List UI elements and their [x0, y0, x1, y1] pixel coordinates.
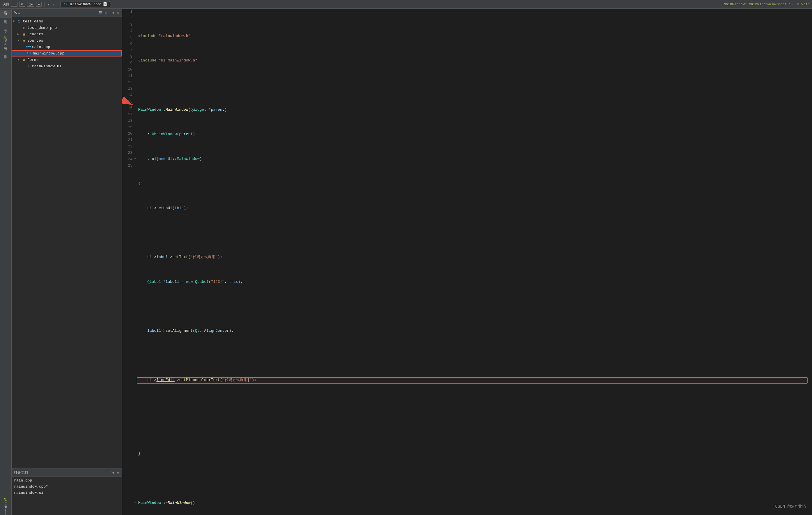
- help-icon: ?: [5, 56, 7, 60]
- open-docs-header-buttons: □+ ≡: [110, 470, 120, 475]
- tab-close-btn[interactable]: ✕: [103, 2, 107, 6]
- open-doc-main-cpp[interactable]: main.cpp: [12, 478, 122, 484]
- tree-label-sources: Sources: [27, 38, 44, 43]
- top-toolbar: 项目 ☰ ⊕ □+ ≡ ‹ › c++ mainwindow.cpp* ✕ Ma…: [0, 0, 812, 9]
- watermark: CSDN @好奇龙猫: [775, 504, 806, 509]
- folder-icon-headers: ▤: [22, 32, 26, 36]
- code-line-10: ui->label->setText("代码方式调用");: [138, 254, 809, 261]
- code-lines[interactable]: #include "mainwindow.h" #include "ui_mai…: [135, 9, 812, 515]
- file-tab-mainwindow-cpp[interactable]: c++ mainwindow.cpp* ✕: [61, 1, 110, 7]
- tree-arrow-root: ▼: [13, 20, 17, 23]
- code-line-15: ui->lineEdit->setPlaceholderText("代码方式调用…: [138, 377, 809, 384]
- code-line-18: }: [138, 451, 809, 457]
- sidebar-item-back[interactable]: ◁ 返回: [0, 10, 11, 18]
- project-label: 项目: [2, 2, 9, 7]
- nav-forward-btn[interactable]: ›: [52, 2, 55, 7]
- project-icon: ◫: [5, 47, 7, 51]
- icon-bar: ◁ 返回 ✎ 编辑 ◇ 设计 🐛 bug ◫ 项目 ? 帮助 🐛 bug ▣: [0, 9, 12, 515]
- sidebar: 项目 ☰ ⊕ □+ ≡ ▼ ⬡ test_demo ◈ test_demo.pr…: [12, 9, 122, 515]
- open-docs-add-btn[interactable]: □+: [110, 470, 115, 475]
- tree-item-forms[interactable]: ▼ ◉ Forms: [12, 56, 122, 63]
- main-area: ◁ 返回 ✎ 编辑 ◇ 设计 🐛 bug ◫ 项目 ? 帮助 🐛 bug ▣: [0, 9, 812, 515]
- sidebar-more-btn[interactable]: ≡: [116, 10, 120, 15]
- code-container[interactable]: 1 2 3 4 5 6 7 8 9 10 11 12 13 14 15 16 1…: [122, 9, 812, 515]
- tree-item-headers[interactable]: ▶ ▤ Headers: [12, 31, 122, 37]
- tree-label-main-cpp: main.cpp: [32, 45, 50, 49]
- sidebar-link-btn[interactable]: ⊕: [104, 10, 108, 15]
- code-line-9: [138, 229, 809, 236]
- tree-arrow-forms: ▼: [18, 58, 22, 61]
- design-icon: ◇: [5, 30, 7, 33]
- sidebar-filter-btn[interactable]: ☰: [98, 10, 103, 15]
- more-btn[interactable]: ≡: [36, 2, 41, 7]
- tree-item-root[interactable]: ▼ ⬡ test_demo: [12, 18, 122, 25]
- nav-back-btn[interactable]: ‹: [47, 2, 50, 7]
- separator-1: [44, 2, 45, 7]
- code-line-6: ▾ , ui(new Ui::MainWindow): [138, 156, 809, 162]
- tree-item-pro[interactable]: ◈ test_demo.pro: [12, 25, 122, 31]
- filter-btn[interactable]: ☰: [11, 2, 18, 7]
- tree-label-root: test_demo: [23, 19, 43, 24]
- tab-filename: mainwindow.cpp*: [70, 2, 102, 6]
- open-docs-title: 打开文档: [14, 470, 108, 475]
- code-line-8: ui->setupUi(this);: [138, 205, 809, 212]
- code-line-13: label1->setAlignment(Qt::AlignCenter);: [138, 328, 809, 334]
- sidebar-add-btn[interactable]: □+: [110, 10, 115, 15]
- line-numbers: 1 2 3 4 5 6 7 8 9 10 11 12 13 14 15 16 1…: [122, 9, 135, 515]
- fold-indicator-6[interactable]: ▾: [134, 157, 136, 161]
- open-docs-list: main.cpp mainwindow.cpp* mainwindow.ui: [12, 477, 122, 515]
- tree-arrow-sources: ▼: [18, 39, 22, 42]
- edit-icon: ✎: [5, 21, 7, 25]
- sidebar-item-help[interactable]: ? 帮助: [0, 54, 11, 62]
- bug-icon: 🐛: [4, 36, 8, 40]
- link-btn[interactable]: ⊕: [19, 2, 25, 7]
- project-icon-root: ⬡: [17, 19, 22, 24]
- separator-2: [58, 2, 58, 7]
- cpp-icon-mainwindow: c++: [27, 51, 31, 56]
- back-icon: ◁: [5, 12, 7, 16]
- code-line-16: [138, 402, 809, 408]
- code-line-17: [138, 426, 809, 433]
- open-docs-more-btn[interactable]: ≡: [116, 470, 120, 475]
- sidebar-item-edit[interactable]: ✎ 编辑: [0, 19, 11, 27]
- open-docs-header: 打开文档 □+ ≡: [12, 469, 122, 477]
- cpp-icon: c++: [64, 3, 69, 6]
- tree-item-sources[interactable]: ▼ ▤ Sources: [12, 37, 122, 44]
- editor-area: 1 2 3 4 5 6 7 8 9 10 11 12 13 14 15 16 1…: [122, 9, 812, 515]
- tree-label-mainwindow-cpp: mainwindow.cpp: [33, 51, 64, 56]
- sidebar-item-debug2[interactable]: 🐛 bug: [0, 498, 11, 506]
- tree-arrow-headers: ▶: [18, 32, 22, 36]
- sidebar-header: 项目 ☰ ⊕ □+ ≡: [12, 9, 122, 17]
- tree-label-mainwindow-ui: mainwindow.ui: [32, 64, 61, 69]
- code-line-11: QLabel *label1 = new QLabel("123!", this…: [138, 279, 809, 285]
- folder-icon-sources: ▤: [22, 38, 26, 43]
- code-line-14: [138, 352, 809, 359]
- add-btn[interactable]: □+: [27, 2, 34, 7]
- ui-icon-mainwindow: ✎: [26, 64, 31, 69]
- tree-item-mainwindow-cpp[interactable]: c++ mainwindow.cpp: [12, 50, 122, 56]
- tree-item-main-cpp[interactable]: c++ main.cpp: [12, 44, 122, 50]
- function-signature: MainWindow::MainWindow(QWidget *) -> voi…: [724, 2, 810, 6]
- pro-icon: ◈: [22, 25, 26, 30]
- tree-item-mainwindow-ui[interactable]: ✎ mainwindow.ui: [12, 63, 122, 69]
- code-line-5: : QMainWindow(parent): [138, 131, 809, 138]
- code-line-2: #include "ui_mainwindow.h": [138, 58, 809, 64]
- sidebar-item-design[interactable]: ◇ 设计: [0, 28, 11, 36]
- code-line-20: ▾ MainWindow::~MainWindow(): [138, 500, 809, 507]
- fold-indicator-20[interactable]: ▾: [134, 501, 136, 506]
- tree-label-pro: test_demo.pro: [27, 26, 57, 30]
- sidebar-header-buttons: ☰ ⊕ □+ ≡: [98, 10, 120, 15]
- sidebar-item-debug[interactable]: 🐛 bug: [0, 36, 11, 45]
- tree-label-forms: Forms: [27, 58, 39, 62]
- code-line-3: [138, 82, 809, 88]
- tab-area: c++ mainwindow.cpp* ✕: [61, 1, 722, 7]
- sidebar-item-project[interactable]: ◫ 项目: [0, 45, 11, 53]
- sidebar-item-demo[interactable]: ▣ _demo: [0, 507, 11, 515]
- code-line-1: #include "mainwindow.h": [138, 33, 809, 39]
- open-doc-mainwindow-cpp[interactable]: mainwindow.cpp*: [12, 484, 122, 490]
- project-tree: ▼ ⬡ test_demo ◈ test_demo.pro ▶ ▤ Header…: [12, 17, 122, 468]
- code-line-7: {: [138, 181, 809, 187]
- debug-icon: 🐛: [4, 498, 8, 502]
- open-doc-mainwindow-ui[interactable]: mainwindow.ui: [12, 490, 122, 496]
- code-line-12: [138, 303, 809, 309]
